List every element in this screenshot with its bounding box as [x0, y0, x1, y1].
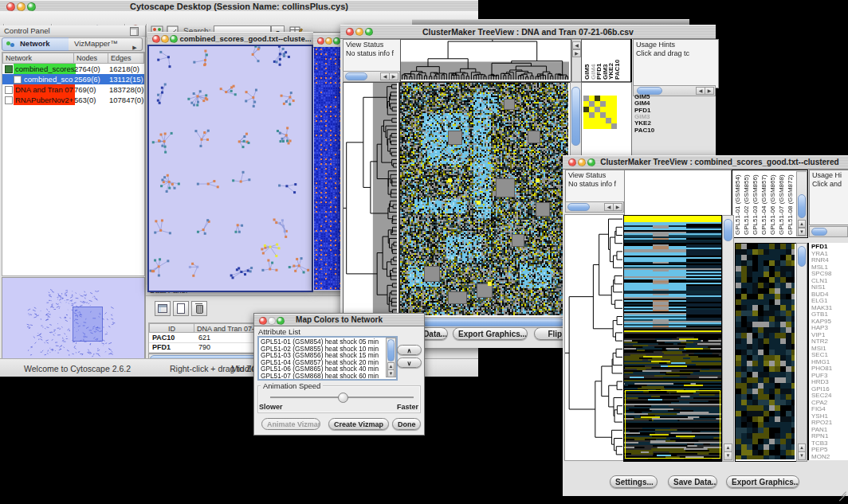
treeview1-titlebar[interactable]: ClusterMaker TreeView : DNA and Tran 07-… [340, 25, 716, 39]
scroll-down-arrow[interactable]: ▼ [724, 451, 732, 460]
array-column-label[interactable]: GPL51-03 (GSM856) [752, 173, 759, 235]
tv2-zoom-box[interactable] [735, 243, 797, 462]
scroll-right-arrow[interactable]: ▶ [572, 49, 581, 57]
matrix-cell[interactable] [606, 101, 611, 107]
dialog-titlebar[interactable]: Map Colors to Network [254, 314, 424, 326]
network-table-row[interactable]: DNA and Tran 07769(0)183728(0) [2, 84, 144, 95]
attribute-list-item[interactable]: GPL51-07 (GSM868) heat shock 60 min [261, 373, 382, 380]
create-vizmap-button[interactable]: Create Vizmap [328, 418, 389, 430]
tv1-column-dendrogram-canvas[interactable] [401, 40, 569, 80]
network-overview-panel[interactable] [2, 277, 145, 365]
tv1-status-hscrollbar[interactable]: ◀ ▶ [343, 71, 400, 82]
tv1-heatmap-vscroll-thumb[interactable] [571, 87, 580, 146]
tv1-heatmap-canvas[interactable] [400, 83, 568, 315]
close-icon[interactable] [568, 158, 576, 166]
matrix-cell[interactable] [589, 112, 595, 118]
matrix-cell[interactable] [600, 118, 606, 123]
attribute-list-item[interactable]: GPL51-04 (GSM857) heat shock 20 min [261, 359, 382, 366]
col-header-network[interactable]: Network [2, 53, 74, 64]
zoom-window-icon[interactable] [333, 37, 340, 45]
table-mode-button[interactable] [155, 301, 171, 316]
attribute-list-item[interactable]: GPL51-02 (GSM855) heat shock 10 min [261, 346, 382, 353]
matrix-cell[interactable] [595, 118, 600, 123]
matrix-cell[interactable] [611, 112, 617, 118]
tv2-gene-vscroll-thumb[interactable] [798, 246, 806, 267]
attribute-list[interactable]: GPL51-01 (GSM854) heat shock 05 minGPL51… [257, 336, 398, 381]
resize-grip[interactable] [838, 486, 846, 494]
tab-vizmapper[interactable]: VizMapper™ [69, 37, 128, 51]
tv2-gene-vscrollbar[interactable]: ▲ ▼ [796, 243, 807, 462]
attribute-list-vscrollbar[interactable]: ▲ ▼ [386, 338, 396, 377]
matrix-cell[interactable] [606, 118, 611, 123]
matrix-cell[interactable] [583, 107, 589, 112]
minimize-icon[interactable] [161, 35, 169, 43]
tv2-collabel-vscrollbar[interactable]: ▲ ▼ [796, 171, 807, 236]
network-view-content[interactable] [147, 45, 313, 292]
matrix-cell[interactable] [589, 107, 595, 112]
array-column-label[interactable]: PAC10 [614, 41, 621, 80]
matrix-cell[interactable] [589, 96, 595, 101]
close-icon[interactable] [152, 35, 160, 43]
array-column-label[interactable]: GPL51-08 (GSM872) [787, 173, 794, 235]
array-column-label[interactable]: GPL51-07 (GSM868) [778, 173, 785, 235]
tv2-settings-button[interactable]: Settings... [610, 475, 658, 488]
matrix-cell[interactable] [606, 96, 611, 101]
speed-slider-thumb[interactable] [338, 393, 348, 403]
tv1-row-dendrogram-box[interactable] [343, 82, 399, 318]
tv2-status-hscrollbar[interactable]: ◀ ▶ [565, 201, 624, 213]
array-column-label[interactable]: GPL51-01 (GSM854) [734, 173, 741, 235]
col-header-nodes[interactable]: Nodes [73, 53, 108, 64]
tv2-heatmap-canvas[interactable] [624, 216, 721, 459]
overview-canvas[interactable] [2, 278, 143, 362]
minimize-icon[interactable] [325, 37, 332, 45]
tv2-collabel-vscroll-thumb[interactable] [798, 194, 806, 218]
move-down-button[interactable]: ∨ [397, 357, 422, 368]
tv1-status-hscroll-thumb[interactable] [345, 72, 367, 80]
scroll-down-arrow[interactable]: ▼ [798, 451, 806, 460]
scroll-right-arrow[interactable]: ▶ [705, 87, 714, 95]
matrix-cell[interactable] [589, 101, 595, 107]
matrix-cell[interactable] [583, 118, 589, 123]
scroll-right-arrow[interactable]: ▶ [389, 72, 398, 80]
matrix-cell[interactable] [606, 112, 611, 118]
attribute-list-vscroll-thumb[interactable] [387, 339, 395, 361]
tv2-heatmap-vscroll-thumb[interactable] [724, 219, 732, 241]
tv2-usage-hscroll-thumb[interactable] [811, 228, 827, 236]
matrix-cell[interactable] [583, 96, 589, 101]
tv2-heatmap-vscrollbar[interactable]: ▲ ▼ [722, 215, 734, 462]
attribute-list-item[interactable]: GPL51-03 (GSM856) heat shock 15 min [261, 352, 382, 359]
tv2-save-data-button[interactable]: Save Data... [668, 475, 717, 488]
matrix-cell[interactable] [595, 107, 600, 112]
new-attribute-button[interactable] [173, 301, 189, 316]
matrix-cell[interactable] [600, 101, 606, 107]
matrix-cell[interactable] [611, 107, 617, 112]
tv1-similarity-matrix[interactable] [583, 96, 617, 129]
tab-network[interactable]: Network [2, 37, 70, 51]
tv2-heatmap-box[interactable] [623, 215, 724, 462]
tv1-heatmap-box[interactable] [399, 82, 571, 318]
scroll-up-arrow[interactable]: ▲ [798, 220, 806, 228]
matrix-cell[interactable] [600, 107, 606, 112]
tv2-row-dendrogram-canvas[interactable] [565, 215, 622, 459]
tv1-row-dendrogram-canvas[interactable] [344, 83, 397, 315]
tv1-column-dendrogram-box[interactable] [400, 39, 571, 82]
tv2-zoom-canvas[interactable] [736, 244, 795, 459]
matrix-cell[interactable] [595, 112, 600, 118]
done-button[interactable]: Done [392, 418, 421, 430]
network-canvas[interactable] [149, 46, 312, 287]
treeview2-titlebar[interactable]: ClusterMaker TreeView : combined_scores_… [563, 155, 848, 170]
matrix-cell[interactable] [589, 118, 595, 123]
tv2-status-hscroll-thumb[interactable] [567, 203, 590, 211]
matrix-cell[interactable] [595, 123, 600, 129]
gene-label[interactable]: MON2 [811, 454, 830, 461]
scroll-down-arrow[interactable]: ▼ [387, 369, 395, 377]
matrix-cell[interactable] [606, 123, 611, 129]
attribute-list-item[interactable]: GPL51-06 (GSM865) heat shock 40 min [261, 365, 382, 373]
scroll-down-arrow[interactable]: ▼ [798, 228, 806, 236]
array-column-label[interactable]: GPL51-06 (GSM865) [769, 173, 776, 235]
attribute-list-item[interactable]: GPL51-01 (GSM854) heat shock 05 min [261, 338, 382, 346]
network-table-row[interactable]: combined_scores2764(0)16218(0) [2, 64, 144, 74]
tv1-heatmap-hscrollbar[interactable] [399, 317, 571, 328]
tab-overflow-button[interactable]: ▶ [128, 37, 143, 51]
matrix-cell[interactable] [611, 123, 617, 129]
